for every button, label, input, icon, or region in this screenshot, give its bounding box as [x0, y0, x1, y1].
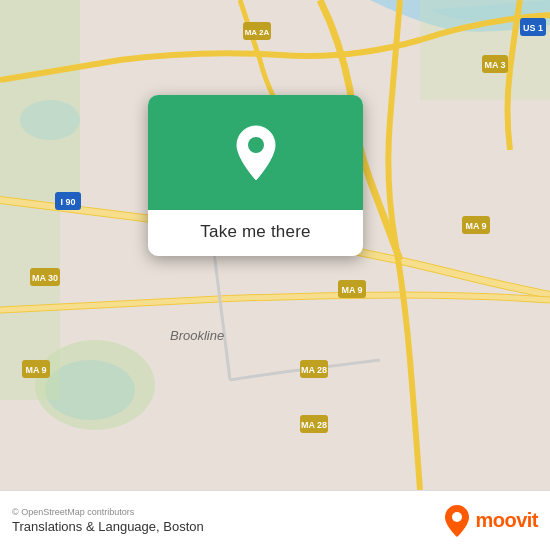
moovit-brand-text: moovit — [475, 509, 538, 532]
moovit-pin-icon — [443, 504, 471, 538]
svg-text:MA 9: MA 9 — [25, 365, 46, 375]
svg-text:MA 9: MA 9 — [465, 221, 486, 231]
svg-text:MA 30: MA 30 — [32, 273, 58, 283]
svg-rect-3 — [0, 0, 80, 200]
attribution-text: © OpenStreetMap contributors — [12, 507, 204, 517]
popup-card-body: Take me there — [148, 210, 363, 256]
svg-text:I 90: I 90 — [60, 197, 75, 207]
svg-text:MA 28: MA 28 — [301, 420, 327, 430]
svg-text:MA 9: MA 9 — [341, 285, 362, 295]
take-me-there-button[interactable]: Take me there — [200, 222, 310, 242]
svg-point-28 — [452, 512, 462, 522]
popup-card-header — [148, 95, 363, 210]
location-pin-icon — [232, 124, 280, 182]
page-title: Translations & Language, Boston — [12, 519, 204, 534]
popup-card: Take me there — [148, 95, 363, 256]
map-container[interactable]: Brookline US 1 MA 2A MA 3 I 90 MA 9 MA 3… — [0, 0, 550, 490]
brookline-label: Brookline — [170, 328, 224, 343]
bottom-left-section: © OpenStreetMap contributors Translation… — [12, 507, 204, 534]
svg-text:MA 3: MA 3 — [484, 60, 505, 70]
svg-point-5 — [35, 340, 155, 430]
moovit-logo: moovit — [443, 504, 538, 538]
svg-text:US 1: US 1 — [523, 23, 543, 33]
svg-point-27 — [248, 137, 264, 153]
svg-text:MA 28: MA 28 — [301, 365, 327, 375]
svg-text:MA 2A: MA 2A — [245, 28, 270, 37]
bottom-bar: © OpenStreetMap contributors Translation… — [0, 490, 550, 550]
